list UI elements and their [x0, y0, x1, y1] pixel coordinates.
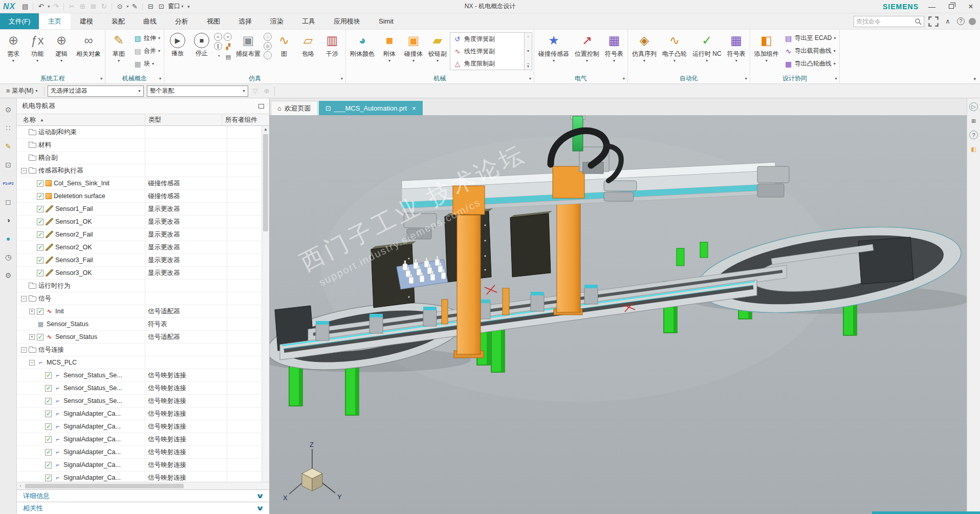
select-handle-icon[interactable]: ⊕ — [263, 87, 271, 95]
collapse-icon[interactable]: − — [29, 360, 35, 366]
user-avatar[interactable] — [969, 18, 976, 25]
dropdown-caret-icon[interactable]: ▾ — [60, 58, 62, 63]
tree-row[interactable]: ▦Sensor_Status符号表 — [17, 318, 269, 331]
tree-checkbox[interactable] — [37, 244, 43, 251]
search-icon[interactable] — [914, 18, 922, 25]
display-mode-icon[interactable]: ⊙ — [115, 2, 124, 11]
tree-checkbox[interactable] — [45, 449, 52, 456]
tree-row[interactable]: 运动副和约束 — [17, 126, 269, 139]
file-menu-tab[interactable]: 文件(F) — [0, 13, 39, 29]
information-panel-icon[interactable]: ⊞ — [969, 116, 978, 125]
gallery-scroll[interactable]: ▴▾▾ — [525, 32, 532, 70]
play-animation-icon[interactable]: ▷ — [969, 102, 978, 111]
collapse-icon[interactable]: − — [21, 347, 27, 353]
tree-checkbox[interactable] — [45, 423, 52, 430]
tree-checkbox[interactable] — [37, 257, 43, 264]
tree-row[interactable]: −信号连接 — [17, 344, 269, 356]
window-menu-caret-icon[interactable]: ▾ — [181, 4, 183, 9]
dropdown-caret-icon[interactable]: ▾ — [48, 4, 50, 9]
tree-row[interactable]: Sensor1_Fail显示更改器 — [17, 203, 269, 216]
tree-checkbox[interactable] — [45, 436, 52, 443]
ribbon-button[interactable]: ∞相关对象 — [74, 31, 103, 63]
help-icon[interactable]: ? — [957, 17, 965, 25]
minimize-ribbon-icon[interactable]: ∧ — [943, 16, 953, 27]
tree-checkbox[interactable] — [37, 270, 43, 276]
new-window-icon[interactable]: ⊡ — [157, 2, 166, 11]
tree-row[interactable]: Sensor1_OK显示更改器 — [17, 216, 269, 228]
menu-tab-select[interactable]: 选择 — [229, 13, 261, 29]
menu-tab-application[interactable]: 应用模块 — [324, 13, 369, 29]
gallery-item[interactable]: △角度限制副 — [450, 57, 524, 70]
panel-float-icon[interactable] — [258, 104, 264, 109]
dropdown-caret-icon[interactable]: ▾ — [834, 49, 836, 53]
dropdown-caret-icon[interactable]: ▾ — [437, 58, 439, 63]
ribbon-button[interactable]: ▣捕捉布置 — [233, 31, 263, 63]
details-expand-icon[interactable]: ∨ — [256, 492, 265, 500]
ribbon-button[interactable]: ■刚体▾ — [378, 31, 401, 63]
tree-row[interactable]: Sensor3_OK显示更改器 — [17, 267, 269, 280]
ribbon-button[interactable]: ↗位置控制▾ — [572, 31, 602, 63]
ribbon-button[interactable]: ★碰撞传感器▾ — [536, 31, 572, 63]
tree-checkbox[interactable] — [45, 372, 52, 379]
group-caret-icon[interactable]: ▾ — [341, 76, 343, 81]
tree-row[interactable]: Sensor2_Fail显示更改器 — [17, 228, 269, 241]
column-header-name[interactable]: 名称▲ — [17, 116, 145, 124]
ribbon-button[interactable]: ▦导出凸轮曲线▾ — [782, 57, 838, 70]
column-header-type[interactable]: 类型 — [145, 114, 222, 125]
tree-checkbox[interactable] — [37, 231, 43, 238]
tree-row[interactable]: +∿Sensor_Status信号适配器 — [17, 331, 269, 344]
tree-row[interactable]: ⌐SignalAdapter_Ca...信号映射连接 — [17, 433, 269, 446]
assembly-navigator-icon[interactable]: ∷ — [3, 123, 14, 133]
dropdown-caret-icon[interactable]: ▾ — [766, 58, 768, 63]
tree-row[interactable]: ⌐SignalAdapter_Ca...信号映射连接 — [17, 459, 269, 472]
group-caret-icon[interactable]: ▾ — [100, 76, 102, 81]
group-caret-icon[interactable]: ▾ — [745, 76, 747, 81]
dropdown-caret-icon[interactable]: ▾ — [553, 58, 555, 63]
dropdown-caret-icon[interactable]: ▾ — [126, 4, 128, 9]
tree-row[interactable]: ⌐Sensor_Status_Se...信号映射连接 — [17, 395, 269, 408]
save-state-icon[interactable]: ▤ — [224, 52, 233, 61]
constraint-navigator-icon[interactable]: ✎ — [3, 141, 14, 152]
ribbon-button[interactable]: ▦块▾ — [131, 57, 162, 70]
expand-icon[interactable]: + — [29, 334, 35, 340]
tree-row[interactable]: Sensor2_OK显示更改器 — [17, 241, 269, 254]
capture-frame-icon[interactable]: ▞ — [224, 42, 233, 51]
tree-checkbox[interactable] — [37, 219, 43, 225]
dropdown-caret-icon[interactable]: ▾ — [586, 58, 588, 63]
ribbon-button[interactable]: ▰铰链副▾ — [426, 31, 449, 63]
ribbon-button[interactable]: ▧拉伸▾ — [131, 32, 162, 45]
ribbon-button[interactable]: ▤导出至 ECAD▾ — [782, 32, 838, 45]
ribbon-button[interactable]: ⊕需求▾ — [2, 31, 25, 63]
tree-checkbox[interactable] — [45, 475, 52, 481]
qat-customize-icon[interactable]: ▾ — [187, 4, 190, 9]
group-caret-icon[interactable]: ▾ — [623, 76, 625, 81]
save-icon[interactable]: ▤ — [20, 2, 30, 11]
hd3d-tools-icon[interactable]: ◑ — [3, 215, 14, 225]
menu-tab-assemblies[interactable]: 装配 — [102, 13, 134, 29]
ribbon-group-label[interactable]: 电气▾ — [536, 73, 626, 83]
stopper-post[interactable] — [442, 299, 448, 324]
tree-checkbox[interactable] — [37, 308, 43, 315]
ribbon-group-label[interactable]: 仿真▾ — [166, 73, 344, 83]
tree-checkbox[interactable] — [37, 334, 43, 340]
menu-tab-simit[interactable]: Simit — [369, 13, 403, 29]
ribbon-button[interactable]: ◕刚体颜色 — [347, 31, 377, 63]
tree-row[interactable]: −信号 — [17, 292, 269, 305]
restore-button[interactable] — [945, 2, 957, 11]
tree-row[interactable]: 材料 — [17, 139, 269, 152]
expand-icon[interactable]: + — [29, 309, 35, 314]
tree-row[interactable]: Deletetion surface碰撞传感器 — [17, 190, 269, 203]
ribbon-button[interactable]: ▶播放 — [166, 31, 189, 63]
gallery-down-icon[interactable]: ▾ — [527, 49, 529, 53]
tree-row[interactable]: Col_Sens_Sink_Init碰撞传感器 — [17, 177, 269, 190]
gallery-more-icon[interactable]: ▾ — [527, 63, 529, 69]
tree-row[interactable]: ⌐SignalAdapter_Ca...信号映射连接 — [17, 446, 269, 459]
pause-icon[interactable]: ∥ — [214, 42, 222, 50]
menu-button[interactable]: ≡ 菜单(M) ▾ — [3, 87, 41, 95]
dropdown-caret-icon[interactable]: ▾ — [613, 58, 615, 63]
shaded-cube-icon[interactable]: ◧ — [969, 144, 978, 154]
minimize-button[interactable]: — — [926, 2, 938, 11]
play-speed-icon[interactable]: ◔ — [214, 51, 223, 60]
ribbon-group-label[interactable]: 设计协同▾ — [752, 73, 838, 83]
command-search[interactable] — [854, 16, 924, 27]
